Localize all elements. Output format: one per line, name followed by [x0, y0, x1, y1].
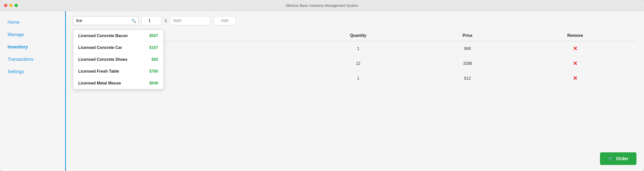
toolbar: 🔍 Licensed Concrete Bacon $597 Licensed … — [73, 16, 636, 25]
add-button[interactable]: Add — [213, 16, 236, 25]
cell-remove-2: ✕ — [514, 71, 636, 86]
cell-price-2: 812 — [421, 71, 514, 86]
app-window: Electron Basic Inventory Management Syst… — [0, 0, 644, 171]
traffic-lights — [4, 4, 18, 7]
dropdown-item-4[interactable]: Licensed Metal Mouse $648 — [73, 77, 163, 89]
maximize-button[interactable] — [15, 4, 18, 7]
cell-quantity-0: 1 — [295, 41, 421, 56]
cart-icon: 🛒 — [608, 156, 614, 161]
window-title: Electron Basic Inventory Management Syst… — [286, 4, 358, 8]
search-input[interactable] — [73, 16, 138, 25]
col-quantity: Quantity — [295, 30, 421, 41]
close-icon: ✕ — [573, 45, 577, 52]
sidebar-item-manage[interactable]: Manage — [0, 28, 65, 41]
close-button[interactable] — [4, 4, 7, 7]
cell-remove-1: ✕ — [514, 56, 636, 71]
content-area: 🔍 Licensed Concrete Bacon $597 Licensed … — [65, 11, 644, 171]
remove-button-1[interactable]: ✕ — [518, 60, 632, 67]
cell-quantity-1: 12 — [295, 56, 421, 71]
search-container: 🔍 Licensed Concrete Bacon $597 Licensed … — [73, 16, 138, 25]
dropdown-item-2[interactable]: Licensed Concrete Shoes $92 — [73, 54, 163, 66]
col-price: Price — [421, 30, 514, 41]
minimize-button[interactable] — [9, 4, 13, 7]
search-button[interactable]: 🔍 — [131, 18, 136, 23]
cell-remove-0: ✕ — [514, 41, 636, 56]
sidebar-item-home[interactable]: Home — [0, 16, 65, 28]
remove-button-2[interactable]: ✕ — [518, 75, 632, 82]
dollar-sign: $ — [165, 18, 167, 23]
cell-quantity-2: 1 — [295, 71, 421, 86]
price-input[interactable] — [170, 16, 210, 25]
order-button[interactable]: 🛒 Order — [600, 152, 636, 165]
dropdown-item-1[interactable]: Licensed Concrete Car $167 — [73, 42, 163, 54]
sidebar-item-inventory[interactable]: Inventory — [0, 41, 65, 53]
main-content: Home Manage Inventory Transactions Setti… — [0, 11, 644, 171]
search-icon: 🔍 — [131, 19, 136, 23]
cell-price-1: 3288 — [421, 56, 514, 71]
title-bar: Electron Basic Inventory Management Syst… — [0, 0, 644, 11]
sidebar: Home Manage Inventory Transactions Setti… — [0, 11, 65, 171]
dropdown-item-3[interactable]: Licensed Fresh Table $760 — [73, 66, 163, 77]
remove-button-0[interactable]: ✕ — [518, 45, 632, 52]
close-icon: ✕ — [573, 60, 577, 67]
search-dropdown: Licensed Concrete Bacon $597 Licensed Co… — [73, 30, 164, 89]
quantity-input[interactable] — [141, 16, 162, 25]
dropdown-item-0[interactable]: Licensed Concrete Bacon $597 — [73, 30, 163, 42]
sidebar-item-settings[interactable]: Settings — [0, 66, 65, 78]
close-icon: ✕ — [573, 75, 577, 82]
cell-price-0: 868 — [421, 41, 514, 56]
sidebar-item-transactions[interactable]: Transactions — [0, 53, 65, 66]
col-remove: Remove — [514, 30, 636, 41]
